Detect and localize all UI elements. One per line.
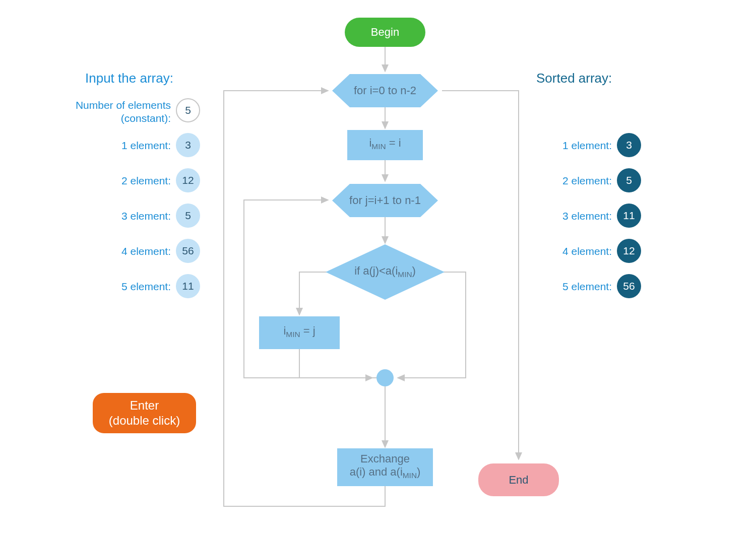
sorted-element-value: 11 <box>617 204 641 228</box>
sorted-element-value: 3 <box>617 133 641 157</box>
input-element-label: 2 element: <box>98 175 171 187</box>
sorted-element-label: 3 element: <box>536 210 612 222</box>
sorted-element-value: 56 <box>617 274 641 298</box>
flow-exchange: Exchange a(i) and a(iMIN) <box>337 448 433 486</box>
input-element-label: 5 element: <box>98 281 171 293</box>
flow-condition: if a(j)<a(iMIN) <box>326 244 445 300</box>
input-element-value: 5 <box>176 204 200 228</box>
flow-junction <box>376 369 394 386</box>
flow-end: End <box>478 463 559 496</box>
flow-imin-eq-j: iMIN = j <box>259 316 340 349</box>
enter-button-label: Enter (double click) <box>109 398 180 428</box>
input-element-label: 3 element: <box>98 210 171 222</box>
sorted-element-value: 12 <box>617 239 641 263</box>
input-element-value: 11 <box>176 274 200 298</box>
input-element-value: 56 <box>176 239 200 263</box>
input-element-label: 4 element: <box>98 245 171 257</box>
input-title: Input the array: <box>85 71 173 86</box>
flow-for-j: for j=i+1 to n-1 <box>332 184 438 217</box>
num-elements-label: Number of elements (constant): <box>57 99 171 125</box>
flow-imin-eq-i: iMIN = i <box>347 130 423 160</box>
input-element-value: 12 <box>176 168 200 192</box>
enter-button[interactable]: Enter (double click) <box>93 393 196 433</box>
sorted-element-value: 5 <box>617 168 641 192</box>
sorted-element-label: 2 element: <box>536 175 612 187</box>
diagram-canvas: Input the array: Number of elements (con… <box>47 0 709 534</box>
flow-for-i: for i=0 to n-2 <box>332 74 438 107</box>
flow-begin: Begin <box>345 18 425 47</box>
sorted-element-label: 4 element: <box>536 245 612 257</box>
input-element-value: 3 <box>176 133 200 157</box>
sorted-title: Sorted array: <box>536 71 612 86</box>
input-element-label: 1 element: <box>98 140 171 152</box>
sorted-element-label: 1 element: <box>536 140 612 152</box>
sorted-element-label: 5 element: <box>536 281 612 293</box>
num-elements-value: 5 <box>176 98 200 122</box>
